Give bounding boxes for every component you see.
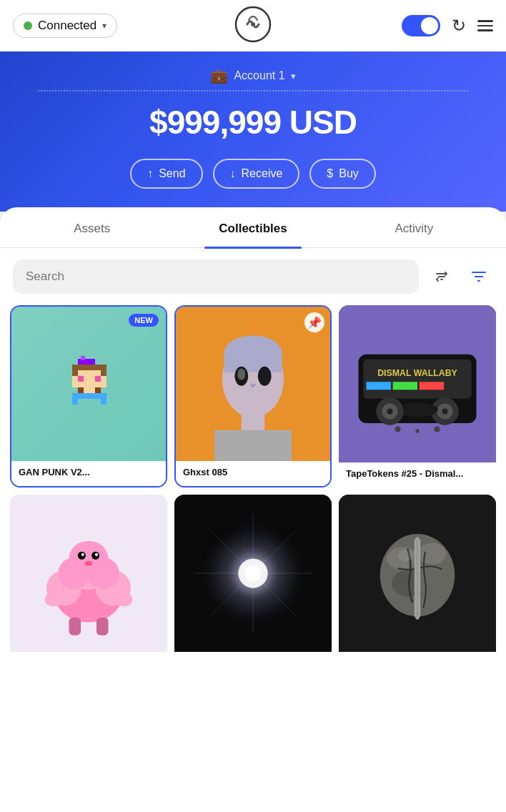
nft-image-2: 📌 xyxy=(176,307,330,461)
svg-rect-19 xyxy=(84,376,89,382)
svg-rect-21 xyxy=(95,376,101,382)
search-input-wrap[interactable] xyxy=(13,259,419,294)
nft-image-1: NEW xyxy=(11,307,166,461)
chevron-down-icon: ▾ xyxy=(102,21,106,31)
svg-rect-27 xyxy=(95,382,101,387)
buy-label: Buy xyxy=(339,167,359,180)
svg-rect-26 xyxy=(89,382,95,387)
svg-point-92 xyxy=(418,543,446,564)
dotted-divider xyxy=(38,90,467,91)
refresh-icon[interactable]: ↻ xyxy=(452,16,466,36)
receive-label: Receive xyxy=(242,167,283,180)
new-badge-1: NEW xyxy=(129,314,159,327)
svg-point-61 xyxy=(434,426,440,432)
svg-rect-14 xyxy=(89,370,95,376)
receive-icon: ↓ xyxy=(230,167,236,180)
svg-rect-22 xyxy=(101,376,106,382)
svg-rect-11 xyxy=(72,370,78,376)
svg-rect-96 xyxy=(415,537,420,620)
nft-label-4 xyxy=(10,652,167,665)
menu-icon[interactable] xyxy=(477,20,493,31)
svg-rect-33 xyxy=(78,393,101,399)
svg-rect-23 xyxy=(72,382,78,387)
svg-point-1 xyxy=(251,22,255,26)
nft-label-3: TapeTokens #25 - Dismal... xyxy=(339,462,496,487)
svg-rect-16 xyxy=(101,370,106,376)
svg-rect-45 xyxy=(214,430,292,461)
nft-item-1[interactable]: NEW GAN PUNK V2... xyxy=(10,305,167,487)
tab-assets-label: Assets xyxy=(74,222,110,235)
svg-rect-20 xyxy=(89,376,95,382)
nft-item-6[interactable] xyxy=(339,495,496,665)
nft-item-5[interactable] xyxy=(174,495,332,665)
nft-label-6 xyxy=(339,652,496,665)
svg-text:DISMAL WALLABY: DISMAL WALLABY xyxy=(377,368,457,378)
top-right-icons: ↻ xyxy=(402,15,493,36)
svg-rect-32 xyxy=(95,387,101,393)
svg-rect-30 xyxy=(84,387,89,393)
buy-icon: $ xyxy=(327,167,333,180)
hero-section: 💼 Account 1 ▾ $999,999 USD ↑ Send ↓ Rece… xyxy=(0,51,506,212)
sort-button[interactable] xyxy=(427,262,456,291)
nft-image-3: DISMAL WALLABY xyxy=(339,305,496,462)
svg-rect-18 xyxy=(78,376,84,382)
svg-rect-36 xyxy=(81,356,85,360)
svg-point-60 xyxy=(415,429,420,433)
svg-rect-31 xyxy=(89,387,95,393)
nft-item-4[interactable] xyxy=(10,495,167,665)
svg-rect-29 xyxy=(78,387,84,393)
svg-rect-6 xyxy=(78,365,84,370)
svg-rect-4 xyxy=(89,359,95,365)
svg-rect-10 xyxy=(101,365,106,370)
svg-rect-13 xyxy=(84,370,89,376)
svg-rect-48 xyxy=(363,360,471,399)
svg-point-59 xyxy=(395,426,400,432)
svg-rect-7 xyxy=(84,365,89,370)
connected-badge[interactable]: Connected ▾ xyxy=(13,14,117,38)
svg-rect-25 xyxy=(84,382,89,387)
nft-item-3[interactable]: DISMAL WALLABY xyxy=(339,305,496,487)
search-input[interactable] xyxy=(26,269,406,284)
tab-collectibles[interactable]: Collectibles xyxy=(172,207,333,247)
nft-label-1: GAN PUNK V2... xyxy=(11,461,166,486)
nft-item-2[interactable]: 📌 Ghxst 085 xyxy=(174,305,332,487)
tab-collectibles-label: Collectibles xyxy=(219,222,287,235)
nft-label-5 xyxy=(174,652,332,665)
main-card: Assets Collectibles Activity xyxy=(0,207,506,812)
account-icon: 💼 xyxy=(210,67,228,84)
svg-point-43 xyxy=(237,368,245,380)
svg-rect-15 xyxy=(95,370,101,376)
svg-point-75 xyxy=(85,561,93,566)
theme-toggle[interactable] xyxy=(402,15,440,36)
svg-point-94 xyxy=(417,565,445,597)
logo xyxy=(234,6,272,46)
svg-rect-50 xyxy=(367,382,391,390)
top-bar: Connected ▾ ↻ xyxy=(0,0,506,51)
send-button[interactable]: ↑ Send xyxy=(130,159,202,189)
account-chevron-icon: ▾ xyxy=(291,71,296,81)
send-icon: ↑ xyxy=(147,167,153,180)
svg-rect-35 xyxy=(101,393,106,405)
action-buttons: ↑ Send ↓ Receive $ Buy xyxy=(14,159,492,189)
pin-badge-2: 📌 xyxy=(304,312,324,332)
svg-rect-17 xyxy=(72,376,78,382)
buy-button[interactable]: $ Buy xyxy=(309,159,375,189)
svg-point-73 xyxy=(81,553,84,556)
account-selector[interactable]: 💼 Account 1 ▾ xyxy=(14,67,492,84)
nft-image-6 xyxy=(339,495,496,652)
svg-rect-52 xyxy=(420,382,444,390)
svg-point-74 xyxy=(95,553,98,556)
tab-activity[interactable]: Activity xyxy=(334,207,495,247)
search-row xyxy=(0,248,506,305)
receive-button[interactable]: ↓ Receive xyxy=(213,159,300,189)
tab-bar: Assets Collectibles Activity xyxy=(0,207,506,248)
filter-button[interactable] xyxy=(465,262,493,291)
svg-point-42 xyxy=(258,367,272,386)
nft-image-5 xyxy=(174,495,332,652)
svg-point-70 xyxy=(69,541,109,577)
tab-assets[interactable]: Assets xyxy=(11,207,172,247)
svg-point-97 xyxy=(398,550,414,562)
connected-dot xyxy=(24,21,32,30)
connected-label: Connected xyxy=(38,19,96,33)
nft-label-2: Ghxst 085 xyxy=(176,461,330,486)
